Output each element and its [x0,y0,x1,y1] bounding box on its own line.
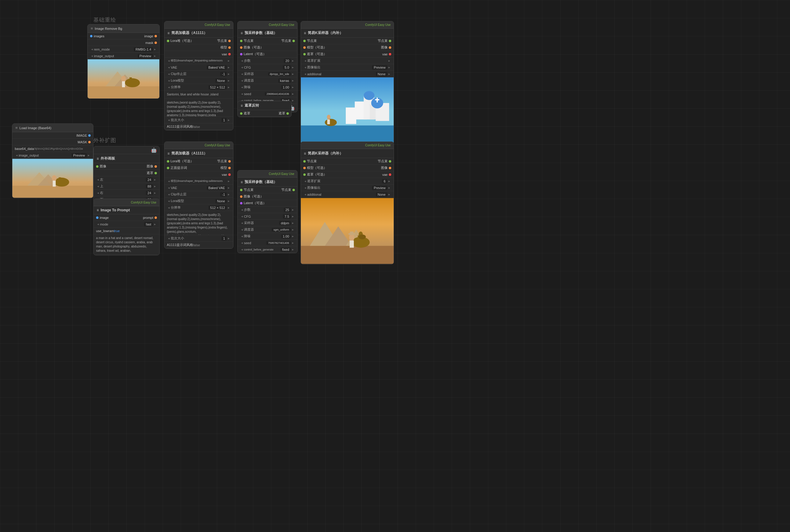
svg-point-11 [364,91,375,100]
node-k-sampler-bottom: ComfyUI Easy Use ≡ 简易K采样器（内补） 节点束 节点束 模型… [301,141,394,264]
dot-itp-prompt-right [154,216,157,219]
positive-text-top: Santorini, blue and white house ,island [165,91,233,99]
label-itp-prompt-right: prompt [143,216,153,220]
k-sampler-bottom-title: 简易K采样器（内补） [308,151,343,156]
node-row-images: images image [88,33,159,39]
row-op-right[interactable]: ◄ 右 24 ► [94,190,159,196]
row-batch[interactable]: ◄ 批次大小 1 ► [165,117,233,124]
arrow-right-output[interactable]: ► [153,55,157,57]
node-load-image-base64: ≡ Load Image (Base64) IMAGE MASK base64_… [12,124,93,198]
k-sampler-top-image-container [301,77,394,144]
row-itp-lowram: use_lowram true [94,228,159,234]
row-sampler[interactable]: ◄ 采样器 dpmpp_3m_sde ► [238,71,297,77]
row-elb-model-file[interactable]: ◄ 模型(dreamshaper_8Inpainting.safetensors… [165,178,233,185]
row-psb-denoise[interactable]: ◄ 降噪 1.00 ► [238,233,297,240]
row-psb-cfg[interactable]: ◄ CFG 7.5 ► [238,213,297,220]
dot-ksb-mask-left [303,173,306,176]
row-ks-model-top: 模型（可选） 图像 [301,44,394,51]
node-easy-loader-bottom-header: ComfyUI Easy Use [165,142,233,149]
row-itp-mode[interactable]: ◄ mode fast ► [94,221,159,228]
menu-icon: ≡ [91,26,93,31]
row-style: A1111提示词风格 false [165,124,233,130]
dot-op-mask-right [154,172,157,174]
row-clip[interactable]: ◄ Clip停止层 -1 ► [165,71,233,77]
value-rem-mode: RMBG-1.4 [134,47,153,52]
row-ksb-model: 模型（可选） 图像 [301,165,394,171]
santorini-image-large [301,77,394,144]
label-op-mask-right: 遮罩 [147,171,153,175]
menu-icon-itp: ≡ [97,208,99,212]
row-rem-mode[interactable]: ◄ rem_mode RMBG-1.4 ► [88,46,159,53]
row-denoise[interactable]: ◄ 降噪 1.00 ► [238,84,297,91]
label-op-image-right: 图像 [147,164,153,169]
k-sampler-bottom-title-row: ≡ 简易K采样器（内补） [301,149,394,158]
row-op-mask: 遮罩 [94,170,159,176]
itp-title-row: ≡ Image To Prompt [94,206,159,214]
row-elb-batch[interactable]: ◄ 批次大小 1 ► [165,235,233,242]
dot-psb-image [240,195,242,198]
row-ks-mask-expand[interactable]: ◄ 遮罩扩展 ► [301,57,394,64]
label-ps-image: 图像（可选） [244,45,264,50]
svg-rect-3 [88,87,159,98]
row-psb-latent: Latent（可选） [238,200,297,207]
row-psb-scheduler[interactable]: ◄ 调度器 sgm_uniform ► [238,226,297,233]
row-elb-clip[interactable]: ◄ Clip停止层 -1 ► [165,191,233,198]
row-seed[interactable]: ◄ seed 296864414041636 ► [238,91,297,97]
row-elb-vae: vae [165,171,233,178]
row-elb-lora-model[interactable]: ◄ Lora模型 None ► [165,198,233,205]
svg-rect-26 [12,186,93,198]
label-psb-jds-left: 节点束 [244,188,253,192]
row-psb-steps[interactable]: ◄ 步数 25 ► [238,207,297,213]
k-sampler-top-title-row: ≡ 简易K采样器（内补） [301,28,394,38]
row-ksb-img-output[interactable]: ◄ 图像输出 Preview ► [301,185,394,191]
dot-ksb-model-left [303,167,306,169]
row-resolution[interactable]: ◄ 分辨率 512 × 512 ► [165,84,233,91]
row-op-left[interactable]: ◄ 左 24 ► [94,176,159,183]
node-k-sampler-top-header: ComfyUI Easy Use [301,21,394,28]
arrow-right-rem[interactable]: ► [153,48,157,51]
svg-point-6 [121,76,126,82]
row-scheduler[interactable]: ◄ 调度器 karras ► [238,77,297,84]
row-vae-val[interactable]: ◄ VAE Baked VAE ► [165,64,233,71]
row-base64[interactable]: base64_data /9j/4AAQSkZJRgABAQAAAQABAAD/… [12,146,93,152]
row-elb-resolution[interactable]: ◄ 分辨率 512 × 512 ► [165,205,233,211]
row-image-output[interactable]: ◄ image_output Preview ► [88,53,159,59]
svg-point-21 [327,115,331,119]
row-ks-img-output[interactable]: ◄ 图像输出 Preview ► [301,64,394,71]
row-lora-model[interactable]: ◄ Lora模型 None ► [165,77,233,84]
robot-icon-outer: 🤖 [151,147,157,153]
node-mask-reverse: ≡ 遮罩反转 遮罩 遮罩 [237,101,291,117]
presampler-bottom-title: 预采样参数（基础） [245,179,277,185]
easy-loader-title: 简易加载器（A1111） [171,31,207,36]
row-model-file[interactable]: ◄ 模型(dreamshaper_8Inpainting.safetensors… [165,57,233,64]
row-ksb-additional[interactable]: ◄ additional None ► [301,191,394,198]
row-li-image: IMAGE [12,132,93,139]
row-li-output[interactable]: ◄ image_output Preview ► [12,152,93,159]
node-k-sampler-bottom-header: ComfyUI Easy Use [301,142,394,149]
arrow-left-output[interactable]: ◄ [90,55,94,57]
row-psb-control[interactable]: ◄ control_before_generate fixed ► [238,246,297,253]
row-cfg[interactable]: ◄ CFG 5.0 ► [238,64,297,71]
menu-icon-k-sampler-top: ≡ [304,31,306,35]
label-ks-image-right: 图像 [381,45,388,50]
row-op-top[interactable]: ◄ 上 88 ► [94,183,159,190]
row-ks-additional[interactable]: ◄ additional None ► [301,71,394,77]
label-li-mask: MASK [78,140,87,144]
menu-icon-loader: ≡ [167,31,170,35]
arrow-left-rem[interactable]: ◄ [90,48,94,51]
row-psb-seed[interactable]: ◄ seed 75957827401406 ► [238,240,297,246]
row-elb-vae-val[interactable]: ◄ VAE Baked VAE ► [165,185,233,191]
label-ks-jds-right: 节点束 [378,39,388,43]
label-elb-jds: 节点束 [217,159,227,164]
dot-li-image [88,134,91,137]
label-mask-left: 遮罩 [244,111,250,116]
label-mask-right: mask [146,41,153,44]
row-psb-sampler[interactable]: ◄ 采样器 ddpm ► [238,220,297,226]
presampler-bottom-title-row: ≡ 预采样参数（基础） [238,178,297,187]
dot-images [90,35,92,37]
row-steps[interactable]: ◄ 步数 20 ► [238,57,297,64]
row-ksb-mask-expand[interactable]: ◄ 遮罩扩展 6 ► [301,178,394,185]
dot-ps-left [240,40,242,42]
presampler-top-title-row: ≡ 预采样参数（基础） [238,28,297,38]
svg-rect-18 [301,126,394,144]
